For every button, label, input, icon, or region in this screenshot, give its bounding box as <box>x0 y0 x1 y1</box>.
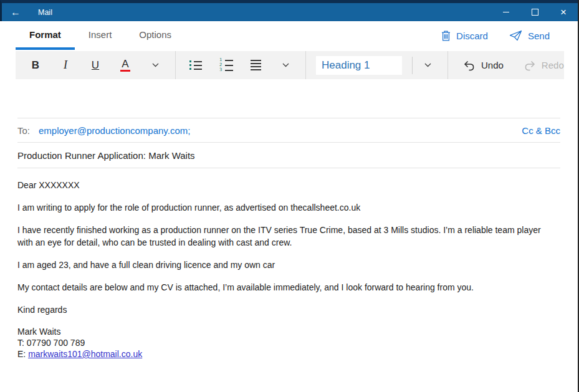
body-paragraph: I have recently finished working as a pr… <box>17 224 555 249</box>
tab-format[interactable]: Format <box>16 21 75 50</box>
font-options-dropdown[interactable] <box>140 51 170 79</box>
numbered-list-icon: 1 2 3 <box>219 59 233 72</box>
send-button[interactable]: Send <box>509 30 550 41</box>
body-paragraph: I am aged 23, and have a full clean driv… <box>17 259 555 271</box>
back-button[interactable]: ← <box>2 3 29 21</box>
font-color-icon: A <box>120 59 130 72</box>
send-label: Send <box>528 31 550 41</box>
tab-options[interactable]: Options <box>125 21 185 50</box>
close-button[interactable]: × <box>549 3 578 21</box>
styles-group: Heading 1 <box>306 51 448 79</box>
styles-dropdown[interactable] <box>413 51 443 79</box>
app-title: Mail <box>38 8 52 17</box>
bold-button[interactable]: B <box>21 51 50 79</box>
redo-icon <box>524 60 536 71</box>
formatting-toolbar: B I U A <box>16 51 564 79</box>
body-paragraph: My contact details are below and my CV i… <box>17 281 555 294</box>
body-paragraph: Kind regards <box>17 304 555 316</box>
signature-block: Mark Waits T: 07790 700 789 E: markwaits… <box>17 326 560 360</box>
cc-bcc-toggle[interactable]: Cc & Bcc <box>522 125 560 136</box>
maximize-icon <box>532 9 538 16</box>
bold-icon: B <box>32 59 39 72</box>
titlebar: ← Mail × <box>0 0 578 21</box>
signature-email-line: E: markwaits101@hotmail.co.uk <box>17 348 560 360</box>
discard-label: Discard <box>456 31 488 41</box>
mail-actions: Discard Send <box>441 21 550 50</box>
to-recipients-field[interactable]: employer@productioncompany.com; <box>39 125 190 136</box>
font-format-group: B I U A <box>16 51 176 79</box>
ribbon-tabs: Format Insert Options <box>16 21 185 50</box>
signature-name: Mark Waits <box>17 326 560 337</box>
signature-email-link[interactable]: markwaits101@hotmail.co.uk <box>28 349 142 359</box>
to-label: To: <box>17 125 30 136</box>
minimize-icon <box>503 12 509 12</box>
body-paragraph: Dear XXXXXXX <box>17 179 555 191</box>
message-body[interactable]: Dear XXXXXXX I am writing to apply for t… <box>0 168 578 360</box>
maximize-button[interactable] <box>520 3 549 21</box>
alignment-button[interactable] <box>241 51 270 79</box>
numbered-list-button[interactable]: 1 2 3 <box>211 51 241 79</box>
tab-insert[interactable]: Insert <box>75 21 126 50</box>
chevron-down-icon <box>424 63 431 67</box>
paragraph-options-dropdown[interactable] <box>270 51 300 79</box>
subject-field[interactable]: Production Runner Application: Mark Wait… <box>0 143 578 168</box>
redo-button[interactable]: Redo <box>514 51 574 79</box>
underline-button[interactable]: U <box>80 51 110 79</box>
signature-phone: T: 07790 700 789 <box>17 337 560 348</box>
minimize-button[interactable] <box>492 3 520 21</box>
align-text-icon <box>251 60 261 70</box>
back-icon: ← <box>11 7 21 17</box>
italic-button[interactable]: I <box>50 51 80 79</box>
italic-icon: I <box>64 59 67 72</box>
history-group: Undo Redo <box>448 51 579 79</box>
bullet-list-icon <box>189 60 202 70</box>
body-paragraph: I am writing to apply for the role of pr… <box>17 201 555 214</box>
bullet-list-button[interactable] <box>181 51 211 79</box>
command-bar: Format Insert Options Discard <box>0 21 578 50</box>
send-icon <box>509 30 522 41</box>
style-selector[interactable]: Heading 1 <box>316 56 402 75</box>
window-controls: × <box>492 3 578 21</box>
discard-button[interactable]: Discard <box>441 30 488 41</box>
undo-label: Undo <box>481 60 504 70</box>
close-icon: × <box>560 7 567 17</box>
undo-button[interactable]: Undo <box>453 51 514 79</box>
underline-icon: U <box>92 59 99 72</box>
redo-label: Redo <box>542 60 564 70</box>
font-color-button[interactable]: A <box>110 51 140 79</box>
spacer <box>0 79 578 118</box>
to-row: To: employer@productioncompany.com; Cc &… <box>0 118 578 142</box>
chevron-down-icon <box>282 63 289 67</box>
undo-icon <box>463 60 476 71</box>
trash-icon <box>441 30 451 41</box>
signature-email-prefix: E: <box>17 349 28 359</box>
paragraph-group: 1 2 3 <box>176 51 306 79</box>
mail-compose-window: ← Mail × Format Insert Options <box>0 0 579 392</box>
chevron-down-icon <box>152 63 159 67</box>
